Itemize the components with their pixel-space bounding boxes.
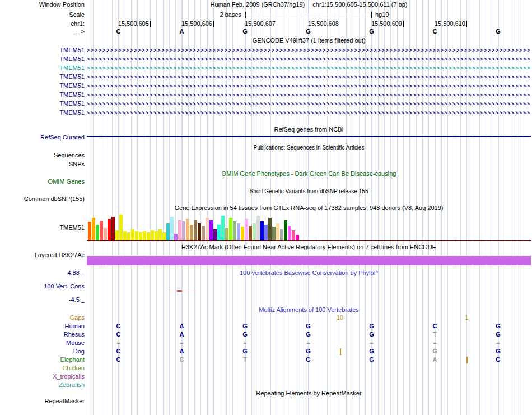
phylop-track-title[interactable]: 100 vertebrates Basewise Conservation by… <box>87 269 531 277</box>
base-letter: G <box>213 28 277 35</box>
gtex-expression-bar[interactable] <box>182 221 185 240</box>
gtex-expression-bar[interactable] <box>166 223 170 240</box>
gtex-expression-bar[interactable] <box>174 234 178 240</box>
refseq-curated-label: RefSeq Curated <box>0 134 85 141</box>
gtex-expression-bar[interactable] <box>139 232 142 240</box>
gtex-expression-bar[interactable] <box>264 225 268 240</box>
transcript-label: TMEM51 <box>0 73 85 81</box>
gtex-expression-bar[interactable] <box>135 231 138 240</box>
alignment-base: A <box>150 331 213 338</box>
scale-bar-right-tick <box>371 12 372 18</box>
gtex-expression-bar[interactable] <box>88 222 91 240</box>
gtex-expression-bar[interactable] <box>131 229 134 240</box>
coordinate-tick <box>277 21 277 27</box>
gtex-expression-bar[interactable] <box>170 217 174 240</box>
gtex-expression-bar[interactable] <box>147 232 150 240</box>
gtex-expression-bar[interactable] <box>206 218 209 240</box>
strand-label: ---> <box>0 28 85 35</box>
insertion-tick <box>466 357 468 363</box>
gtex-expression-bar[interactable] <box>190 225 193 240</box>
gtex-expression-bar[interactable] <box>104 228 107 240</box>
alignment-base: = <box>150 339 213 347</box>
transcript-arrows[interactable]: >>>>>>>>>>>>>>>>>>>>>>>>>>>>>>>>>>>>>>>>… <box>87 82 531 90</box>
gtex-expression-bar[interactable] <box>268 218 272 240</box>
gtex-expression-bar[interactable] <box>292 230 295 240</box>
transcript-label: TMEM51 <box>0 55 85 63</box>
transcript-arrows[interactable]: >>>>>>>>>>>>>>>>>>>>>>>>>>>>>>>>>>>>>>>>… <box>87 100 531 108</box>
transcript-arrows[interactable]: >>>>>>>>>>>>>>>>>>>>>>>>>>>>>>>>>>>>>>>>… <box>87 91 531 99</box>
multiz-track-title[interactable]: Multiz Alignments of 100 Vertebrates <box>87 306 531 314</box>
gtex-expression-bar[interactable] <box>202 226 205 240</box>
gtex-expression-bar[interactable] <box>108 219 111 240</box>
gtex-expression-bar[interactable] <box>284 220 287 240</box>
species-label: Dog <box>0 348 85 355</box>
scale-bar-left-tick <box>245 12 246 18</box>
gtex-expression-bar[interactable] <box>288 226 291 240</box>
coordinate-tick <box>466 21 467 27</box>
gtex-expression-bar[interactable] <box>213 229 217 240</box>
scale-label: Scale <box>0 11 85 18</box>
gtex-expression-bar[interactable] <box>241 227 244 240</box>
refseq-curated-item[interactable] <box>87 136 531 137</box>
gtex-expression-bar[interactable] <box>237 223 240 240</box>
scale-assembly: hg19 <box>375 11 389 18</box>
alignment-base: T <box>403 331 466 338</box>
gtex-expression-bar[interactable] <box>256 216 260 240</box>
gtex-expression-bar[interactable] <box>249 226 252 240</box>
gtex-expression-bar[interactable] <box>280 229 283 240</box>
coordinate-label: 15,500,606 <box>152 20 212 27</box>
publications-track-title[interactable]: Publications: Sequences in Scientific Ar… <box>87 144 531 151</box>
coordinate-label: 15,500,605 <box>88 20 149 27</box>
alignment-base: G <box>340 323 403 330</box>
gtex-expression-bar[interactable] <box>96 225 99 240</box>
gencode-track-title[interactable]: GENCODE V49lift37 (1 items filtered out) <box>87 37 531 44</box>
gtex-expression-bar[interactable] <box>92 218 95 240</box>
h3k27ac-track-title[interactable]: H3K27Ac Mark (Often Found Near Active Re… <box>87 244 531 251</box>
phylop-signal-peak <box>177 290 182 292</box>
h3k27ac-signal[interactable] <box>87 256 531 265</box>
alignment-base: G <box>277 331 340 338</box>
gtex-expression-bar[interactable] <box>111 217 115 240</box>
gtex-expression-bar[interactable] <box>158 229 162 240</box>
gtex-expression-bar[interactable] <box>272 227 276 240</box>
gtex-expression-bar[interactable] <box>260 221 264 240</box>
dbsnp-track-title[interactable]: Short Genetic Variants from dbSNP releas… <box>87 188 531 195</box>
gtex-expression-bar[interactable] <box>155 231 158 240</box>
gtex-expression-bar[interactable] <box>253 223 256 240</box>
gtex-expression-bar[interactable] <box>119 215 123 240</box>
gtex-expression-bar[interactable] <box>123 231 127 240</box>
transcript-arrows[interactable]: >>>>>>>>>>>>>>>>>>>>>>>>>>>>>>>>>>>>>>>>… <box>87 73 531 81</box>
gtex-expression-bar[interactable] <box>276 223 279 240</box>
gtex-expression-bar[interactable] <box>100 221 103 240</box>
transcript-arrows[interactable]: >>>>>>>>>>>>>>>>>>>>>>>>>>>>>>>>>>>>>>>>… <box>87 109 531 116</box>
gtex-expression-bar[interactable] <box>178 220 181 240</box>
gtex-expression-bar[interactable] <box>162 232 166 240</box>
gtex-expression-bar[interactable] <box>151 230 154 240</box>
gtex-expression-bar[interactable] <box>233 221 236 240</box>
gtex-expression-bar[interactable] <box>296 235 299 240</box>
gtex-expression-bar[interactable] <box>221 216 225 240</box>
repeatmasker-track-title[interactable]: Repeating Elements by RepeatMasker <box>87 390 531 397</box>
gtex-expression-bar[interactable] <box>115 230 119 240</box>
coordinate-label: 15,500,607 <box>215 20 276 27</box>
alignment-base: G <box>340 348 403 355</box>
gtex-expression-bar[interactable] <box>194 220 197 240</box>
gtex-expression-bar[interactable] <box>217 225 221 240</box>
gtex-expression-bar[interactable] <box>127 232 130 240</box>
alignment-base: = <box>403 339 466 347</box>
transcript-arrows[interactable]: >>>>>>>>>>>>>>>>>>>>>>>>>>>>>>>>>>>>>>>>… <box>87 55 531 63</box>
transcript-arrows[interactable]: >>>>>>>>>>>>>>>>>>>>>>>>>>>>>>>>>>>>>>>>… <box>87 64 531 72</box>
gtex-expression-bar[interactable] <box>225 228 228 240</box>
transcript-label: TMEM51 <box>0 109 85 116</box>
transcript-arrows[interactable]: >>>>>>>>>>>>>>>>>>>>>>>>>>>>>>>>>>>>>>>>… <box>87 46 531 54</box>
gtex-expression-bar[interactable] <box>143 231 146 240</box>
gtex-expression-bar[interactable] <box>198 223 201 240</box>
gtex-expression-bar[interactable] <box>245 219 248 240</box>
refseq-track-title[interactable]: RefSeq genes from NCBI <box>87 126 531 133</box>
gtex-track-title[interactable]: Gene Expression in 54 tissues from GTEx … <box>87 204 531 212</box>
omim-track-title[interactable]: OMIM Gene Phenotypes - Dark Green Can Be… <box>87 170 531 178</box>
gtex-expression-bar[interactable] <box>229 218 232 240</box>
coordinate-tick <box>403 21 404 27</box>
gtex-expression-bar[interactable] <box>186 219 189 240</box>
gtex-expression-bar[interactable] <box>209 220 213 240</box>
